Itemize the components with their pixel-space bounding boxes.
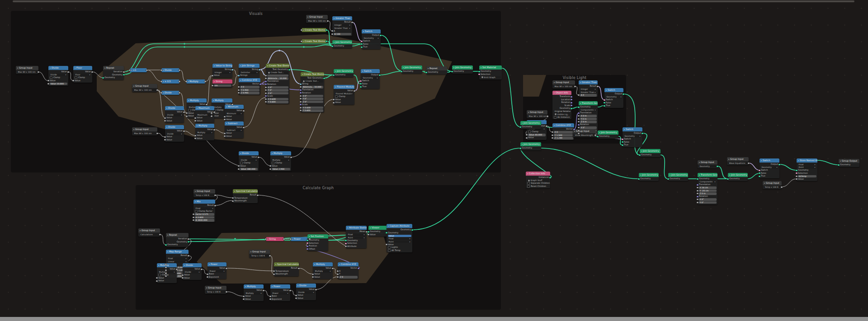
socket[interactable] (748, 163, 749, 164)
node-header[interactable]: ▾Switch (604, 88, 623, 92)
dropdown[interactable]: Components▾ (580, 109, 597, 112)
node-join-geometry[interactable]: ▾Join GeometryGeometry (334, 69, 354, 77)
socket[interactable] (697, 190, 698, 191)
object-selector[interactable]: Graph Stuff (527, 179, 549, 182)
node-maximum[interactable]: ▾MaximumValueMaximum▾ValueValue (195, 106, 214, 123)
node-header[interactable]: ▾Group Input (16, 66, 38, 70)
socket[interactable] (697, 196, 698, 197)
node-group-input[interactable]: ▾Group InputCalculations (138, 228, 160, 237)
dropdown[interactable]: Integer▾ (214, 71, 231, 74)
node-join-geometry[interactable]: ▾Join GeometryGeometry (452, 65, 473, 74)
socket[interactable] (300, 110, 301, 111)
node-header[interactable]: ▾Object Info (552, 91, 571, 95)
collapse-icon[interactable]: ▾ (188, 99, 189, 102)
collapse-icon[interactable]: ▾ (292, 238, 293, 240)
socket[interactable] (188, 238, 189, 240)
socket[interactable] (578, 107, 579, 108)
socket[interactable] (212, 85, 213, 86)
socket[interactable] (238, 165, 239, 167)
socket[interactable] (549, 177, 551, 178)
collapse-icon[interactable]: ▾ (50, 67, 51, 69)
dropdown[interactable]: Power▾ (209, 270, 226, 273)
socket[interactable] (326, 29, 327, 31)
socket[interactable] (72, 80, 74, 81)
socket[interactable] (226, 268, 227, 269)
socket[interactable] (604, 99, 605, 101)
node-header[interactable]: ▾Greater Than (579, 80, 598, 84)
collapse-icon[interactable]: ▾ (195, 190, 196, 192)
socket[interactable] (207, 274, 208, 275)
node-group-input[interactable]: ▾Group InputMax Wl x 100 nm (16, 66, 38, 74)
socket[interactable] (796, 178, 797, 180)
socket[interactable] (300, 107, 301, 108)
collapse-icon[interactable]: ▾ (275, 263, 276, 265)
socket[interactable] (667, 178, 669, 180)
group-socket-field[interactable]: Geometry (699, 165, 717, 168)
collapse-icon[interactable]: ▾ (75, 67, 75, 69)
socket[interactable] (224, 119, 225, 120)
socket[interactable] (47, 83, 49, 84)
node-multiply[interactable]: ▾MultiplyValueMultiply▾ClampValueValue (157, 263, 177, 283)
socket[interactable] (312, 274, 313, 275)
collapse-icon[interactable]: ▾ (104, 67, 105, 69)
socket[interactable] (238, 86, 239, 88)
socket[interactable] (231, 69, 233, 70)
node-header[interactable]: ▾Divide (161, 91, 179, 95)
collapse-icon[interactable]: ▾ (522, 143, 523, 145)
socket[interactable] (360, 80, 361, 82)
checkbox-icon[interactable] (240, 162, 243, 164)
socket[interactable] (368, 234, 369, 235)
node-header[interactable]: ▾Mix (193, 200, 215, 204)
node-transform-geometry[interactable]: ▾Transform GeometryGeometryComponents▾Tr… (698, 173, 717, 205)
toggle-buttons[interactable]: Original Relative (554, 110, 571, 113)
socket[interactable] (259, 69, 260, 70)
node-header[interactable]: ▾Switch (361, 69, 380, 73)
value-field[interactable]: Y 0° (267, 89, 288, 92)
field-row[interactable]: Value 380.000 (239, 167, 259, 171)
dropdown[interactable]: Geometry▾ (363, 37, 380, 40)
dropdown[interactable]: Subtract▾ (226, 129, 243, 132)
node-group-output[interactable]: ▾Group OutputGeometry (839, 159, 859, 167)
socket[interactable] (290, 238, 291, 240)
checkbox-icon[interactable] (554, 116, 557, 119)
group-socket-field[interactable]: Temp x 100 K (206, 291, 226, 293)
socket[interactable] (123, 71, 124, 73)
dropdown[interactable]: Geometry▾ (606, 96, 623, 98)
object-selector[interactable]: Create Text... (267, 71, 288, 74)
node-header[interactable]: ▾Multiply (270, 151, 291, 155)
dropdown[interactable]: Multiply▾ (314, 270, 332, 273)
node-minimum[interactable]: ▾MinimumValueMinimum▾ValueValue (225, 105, 244, 121)
field-row[interactable]: Value 2.900 (270, 167, 291, 171)
node-editor-canvas[interactable]: VisualsVisible LightCalculate Graph ▾Gro… (0, 0, 868, 321)
dropdown[interactable]: Delimiter▾ (240, 71, 259, 74)
node-header[interactable]: ▾Join Geometry (520, 142, 541, 146)
field-row[interactable]: Y 0.600 (301, 109, 324, 112)
node-join-geometry[interactable]: ▾Join GeometryGeometry (520, 121, 541, 129)
socket[interactable] (300, 98, 301, 99)
socket[interactable] (290, 157, 292, 158)
node-header[interactable]: ▾Join Strings (239, 64, 259, 68)
collapse-icon[interactable]: ▾ (370, 227, 371, 229)
socket[interactable] (283, 238, 284, 240)
socket[interactable] (269, 168, 271, 170)
node-header[interactable]: ▾Join Geometry (668, 173, 688, 177)
collapse-icon[interactable]: ▾ (297, 284, 298, 287)
collapse-icon[interactable]: ▾ (184, 264, 185, 266)
node-group-input[interactable]: ▾Group InputWave Equations (727, 157, 749, 165)
node-header[interactable]: ▾Switch (362, 29, 381, 33)
socket[interactable] (164, 136, 165, 138)
node-capture-attribute[interactable]: ▾Capture AttributeGeometryGeometryValueF… (387, 224, 412, 252)
node-string[interactable]: ▾Stringnm (212, 79, 232, 88)
value-field[interactable]: A 0.800 (195, 216, 214, 219)
node-header[interactable]: ▾Group Input (132, 84, 157, 88)
socket[interactable] (411, 229, 413, 231)
socket[interactable] (337, 274, 338, 275)
node-subtract[interactable]: ▾SubtractValueSubtract▾ValueValue (225, 121, 244, 138)
dropdown[interactable]: Floor▾ (75, 74, 91, 76)
socket[interactable] (194, 117, 196, 119)
node-header[interactable]: ▾Store Named Attribute (797, 158, 817, 163)
collapse-icon[interactable]: ▾ (554, 81, 555, 84)
collapse-icon[interactable]: ▾ (798, 159, 799, 162)
socket[interactable] (360, 83, 361, 84)
socket[interactable] (759, 170, 760, 171)
